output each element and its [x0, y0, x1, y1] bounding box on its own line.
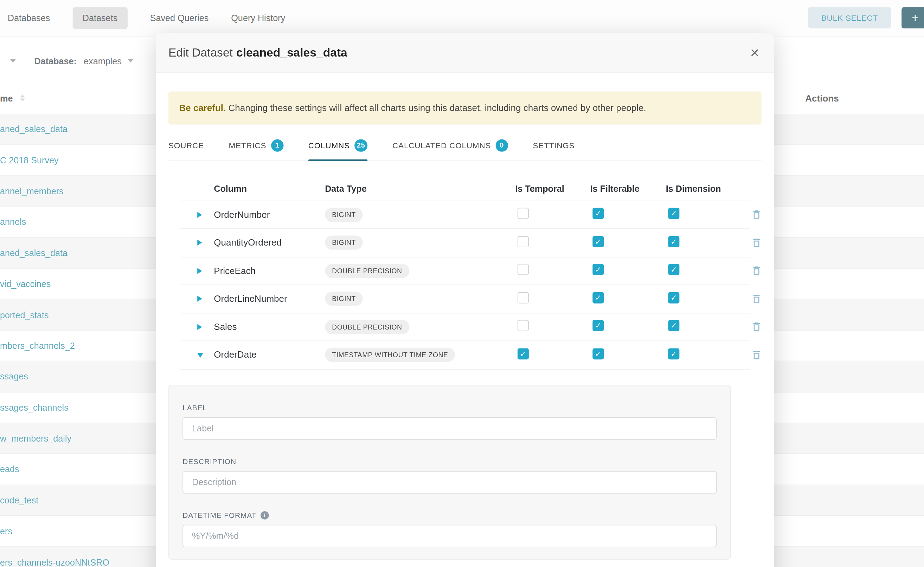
- expand-caret-icon[interactable]: [197, 324, 202, 330]
- is-temporal-checkbox[interactable]: [518, 236, 529, 248]
- column-name: OrderDate: [214, 350, 325, 360]
- data-type-pill: DOUBLE PRECISION: [325, 264, 409, 278]
- app-root: Databases Datasets Saved Queries Query H…: [0, 0, 924, 567]
- warning-text: Changing these settings will affect all …: [226, 103, 646, 113]
- column-row: OrderNumber BIGINT: [180, 201, 750, 229]
- datetime-format-field: DATETIME FORMAT: [182, 511, 716, 547]
- tab-settings[interactable]: SETTINGS: [533, 131, 575, 160]
- expand-caret-icon[interactable]: [197, 240, 202, 246]
- is-dimension-checkbox[interactable]: [668, 208, 679, 219]
- is-temporal-checkbox[interactable]: [518, 348, 529, 359]
- column-row: Sales DOUBLE PRECISION: [180, 314, 750, 342]
- expand-caret-icon[interactable]: [197, 212, 202, 218]
- delete-column-icon[interactable]: [751, 209, 762, 220]
- data-type-pill: TIMESTAMP WITHOUT TIME ZONE: [325, 348, 455, 362]
- tab-label: COLUMNS: [309, 141, 350, 150]
- column-row: OrderDate TIMESTAMP WITHOUT TIME ZONE: [180, 342, 750, 370]
- column-detail-panel: LABEL DESCRIPTION DATETIME FORMAT: [169, 385, 731, 559]
- tab-calculated-columns[interactable]: CALCULATED COLUMNS 0: [393, 131, 508, 160]
- is-temporal-checkbox[interactable]: [518, 320, 529, 331]
- modal-title-prefix: Edit Dataset: [169, 46, 233, 58]
- expand-caret-icon[interactable]: [197, 353, 203, 358]
- description-field: DESCRIPTION: [182, 458, 716, 493]
- warning-emphasis: Be careful.: [179, 103, 226, 113]
- is-filterable-checkbox[interactable]: [593, 208, 604, 219]
- info-icon[interactable]: [260, 511, 269, 520]
- description-input[interactable]: [182, 471, 716, 493]
- warning-banner: Be careful. Changing these settings will…: [169, 92, 761, 124]
- tab-columns[interactable]: COLUMNS 25: [309, 131, 368, 160]
- is-temporal-checkbox[interactable]: [518, 208, 529, 219]
- tab-label: METRICS: [229, 141, 266, 150]
- field-label-text: LABEL: [182, 404, 207, 412]
- columns-table: Column Data Type Is Temporal Is Filterab…: [180, 177, 750, 370]
- is-temporal-header: Is Temporal: [515, 184, 590, 194]
- column-name: OrderLineNumber: [214, 294, 325, 304]
- datetime-format-input[interactable]: [182, 525, 716, 547]
- edit-dataset-modal: Edit Datasetcleaned_sales_data Be carefu…: [156, 33, 774, 567]
- delete-column-icon[interactable]: [751, 321, 762, 333]
- columns-count-badge: 25: [354, 139, 367, 152]
- close-icon[interactable]: [750, 45, 760, 60]
- label-field-label: LABEL: [182, 404, 716, 412]
- tab-label: SETTINGS: [533, 141, 575, 150]
- column-name: QuantityOrdered: [214, 237, 325, 248]
- column-row: QuantityOrdered BIGINT: [180, 229, 750, 257]
- data-type-pill: DOUBLE PRECISION: [325, 320, 409, 334]
- is-filterable-checkbox[interactable]: [593, 236, 604, 248]
- is-dimension-checkbox[interactable]: [668, 236, 679, 248]
- delete-column-icon[interactable]: [751, 350, 762, 361]
- is-dimension-checkbox[interactable]: [668, 348, 679, 359]
- tab-metrics[interactable]: METRICS 1: [229, 131, 284, 160]
- expand-caret-icon[interactable]: [197, 296, 202, 302]
- expand-caret-icon[interactable]: [197, 268, 202, 274]
- is-filterable-header: Is Filterable: [590, 184, 666, 194]
- modal-header: Edit Datasetcleaned_sales_data: [156, 33, 774, 73]
- data-type-pill: BIGINT: [325, 236, 363, 250]
- label-input[interactable]: [182, 417, 716, 440]
- datetime-format-field-label: DATETIME FORMAT: [182, 511, 716, 520]
- column-name: Sales: [214, 322, 325, 332]
- delete-column-icon[interactable]: [751, 237, 762, 248]
- tab-label: CALCULATED COLUMNS: [393, 141, 491, 150]
- is-dimension-header: Is Dimension: [666, 184, 751, 194]
- is-filterable-checkbox[interactable]: [593, 264, 604, 275]
- description-field-label: DESCRIPTION: [182, 458, 716, 466]
- column-name: PriceEach: [214, 266, 325, 276]
- delete-column-icon[interactable]: [751, 293, 762, 304]
- field-label-text: DESCRIPTION: [182, 458, 236, 466]
- tab-source[interactable]: SOURCE: [169, 131, 204, 160]
- column-header: Column: [214, 184, 325, 194]
- is-dimension-checkbox[interactable]: [668, 264, 679, 275]
- tab-label: SOURCE: [169, 141, 204, 150]
- data-type-pill: BIGINT: [325, 292, 363, 306]
- modal-title-dataset-name: cleaned_sales_data: [236, 46, 348, 58]
- column-row: OrderLineNumber BIGINT: [180, 285, 750, 314]
- columns-table-header: Column Data Type Is Temporal Is Filterab…: [180, 177, 750, 201]
- column-name: OrderNumber: [214, 209, 325, 220]
- column-row: PriceEach DOUBLE PRECISION: [180, 257, 750, 285]
- data-type-pill: BIGINT: [325, 208, 363, 222]
- is-filterable-checkbox[interactable]: [593, 320, 604, 331]
- delete-column-icon[interactable]: [751, 265, 762, 276]
- field-label-text: DATETIME FORMAT: [182, 511, 256, 520]
- label-field: LABEL: [182, 404, 716, 440]
- modal-body: Be careful. Changing these settings will…: [156, 92, 774, 559]
- metrics-count-badge: 1: [271, 139, 283, 152]
- is-dimension-checkbox[interactable]: [668, 292, 679, 303]
- is-temporal-checkbox[interactable]: [518, 264, 529, 275]
- data-type-header: Data Type: [325, 184, 515, 194]
- is-filterable-checkbox[interactable]: [593, 292, 604, 303]
- is-dimension-checkbox[interactable]: [668, 320, 679, 331]
- modal-title: Edit Datasetcleaned_sales_data: [169, 46, 348, 59]
- calculated-columns-count-badge: 0: [496, 139, 508, 152]
- modal-tabs: SOURCE METRICS 1 COLUMNS 25 CALCULATED C…: [169, 131, 761, 161]
- is-temporal-checkbox[interactable]: [518, 292, 529, 303]
- is-filterable-checkbox[interactable]: [593, 348, 604, 359]
